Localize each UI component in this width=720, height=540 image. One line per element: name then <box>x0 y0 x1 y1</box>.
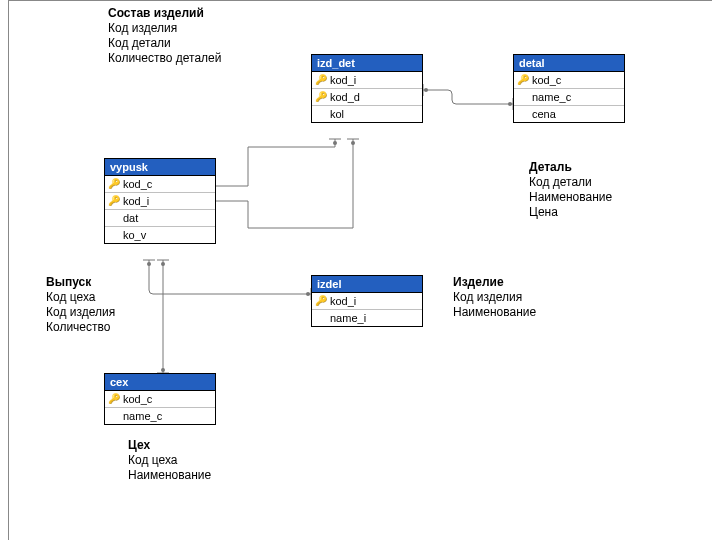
key-icon <box>108 212 120 224</box>
label-line: Код детали <box>529 175 612 190</box>
label-line: Код изделия <box>453 290 536 305</box>
label-title: Выпуск <box>46 275 115 290</box>
label-line: Цена <box>529 205 612 220</box>
table-row[interactable]: 🔑kod_i <box>312 72 422 89</box>
table-izd_det[interactable]: izd_det 🔑kod_i 🔑kod_d kol <box>311 54 423 123</box>
table-row[interactable]: 🔑kod_i <box>105 193 215 210</box>
label-line: Код цеха <box>128 453 211 468</box>
table-header[interactable]: cex <box>105 374 215 391</box>
label-vypusk: Выпуск Код цеха Код изделия Количество <box>46 275 115 335</box>
field-name: kod_d <box>330 91 360 103</box>
table-row[interactable]: ko_v <box>105 227 215 243</box>
key-icon: 🔑 <box>108 178 120 190</box>
label-title: Цех <box>128 438 211 453</box>
field-name: name_c <box>123 410 162 422</box>
field-name: name_c <box>532 91 571 103</box>
field-name: ko_v <box>123 229 146 241</box>
table-row[interactable]: 🔑kod_c <box>514 72 624 89</box>
table-row[interactable]: dat <box>105 210 215 227</box>
key-icon: 🔑 <box>315 91 327 103</box>
key-icon: 🔑 <box>315 74 327 86</box>
label-line: Наименование <box>529 190 612 205</box>
table-header[interactable]: izdel <box>312 276 422 293</box>
field-name: kod_c <box>532 74 561 86</box>
table-row[interactable]: kol <box>312 106 422 122</box>
label-line: Код изделия <box>46 305 115 320</box>
label-title: Изделие <box>453 275 536 290</box>
key-icon: 🔑 <box>517 74 529 86</box>
key-icon: 🔑 <box>108 195 120 207</box>
table-row[interactable]: 🔑kod_d <box>312 89 422 106</box>
table-row[interactable]: 🔑kod_c <box>105 176 215 193</box>
table-header[interactable]: izd_det <box>312 55 422 72</box>
label-title: Деталь <box>529 160 612 175</box>
key-icon <box>315 312 327 324</box>
key-icon <box>108 229 120 241</box>
key-icon <box>108 410 120 422</box>
table-row[interactable]: name_i <box>312 310 422 326</box>
key-icon: 🔑 <box>315 295 327 307</box>
label-line: Код детали <box>108 36 221 51</box>
table-header[interactable]: detal <box>514 55 624 72</box>
field-name: kod_i <box>330 295 356 307</box>
table-row[interactable]: 🔑kod_c <box>105 391 215 408</box>
table-row[interactable]: name_c <box>105 408 215 424</box>
label-cex: Цех Код цеха Наименование <box>128 438 211 483</box>
field-name: kod_i <box>123 195 149 207</box>
field-name: cena <box>532 108 556 120</box>
table-row[interactable]: name_c <box>514 89 624 106</box>
table-detal[interactable]: detal 🔑kod_c name_c cena <box>513 54 625 123</box>
table-cex[interactable]: cex 🔑kod_c name_c <box>104 373 216 425</box>
table-header[interactable]: vypusk <box>105 159 215 176</box>
field-name: kod_c <box>123 178 152 190</box>
field-name: dat <box>123 212 138 224</box>
table-row[interactable]: cena <box>514 106 624 122</box>
table-izdel[interactable]: izdel 🔑kod_i name_i <box>311 275 423 327</box>
table-row[interactable]: 🔑kod_i <box>312 293 422 310</box>
key-icon <box>517 108 529 120</box>
field-name: kod_c <box>123 393 152 405</box>
key-icon <box>517 91 529 103</box>
label-detal: Деталь Код детали Наименование Цена <box>529 160 612 220</box>
field-name: name_i <box>330 312 366 324</box>
label-line: Код цеха <box>46 290 115 305</box>
label-line: Количество деталей <box>108 51 221 66</box>
label-line: Количество <box>46 320 115 335</box>
label-line: Наименование <box>128 468 211 483</box>
table-vypusk[interactable]: vypusk 🔑kod_c 🔑kod_i dat ko_v <box>104 158 216 244</box>
label-izdelie: Изделие Код изделия Наименование <box>453 275 536 320</box>
label-sostav: Состав изделий Код изделия Код детали Ко… <box>108 6 221 66</box>
field-name: kol <box>330 108 344 120</box>
key-icon <box>315 108 327 120</box>
field-name: kod_i <box>330 74 356 86</box>
key-icon: 🔑 <box>108 393 120 405</box>
label-title: Состав изделий <box>108 6 221 21</box>
label-line: Наименование <box>453 305 536 320</box>
label-line: Код изделия <box>108 21 221 36</box>
